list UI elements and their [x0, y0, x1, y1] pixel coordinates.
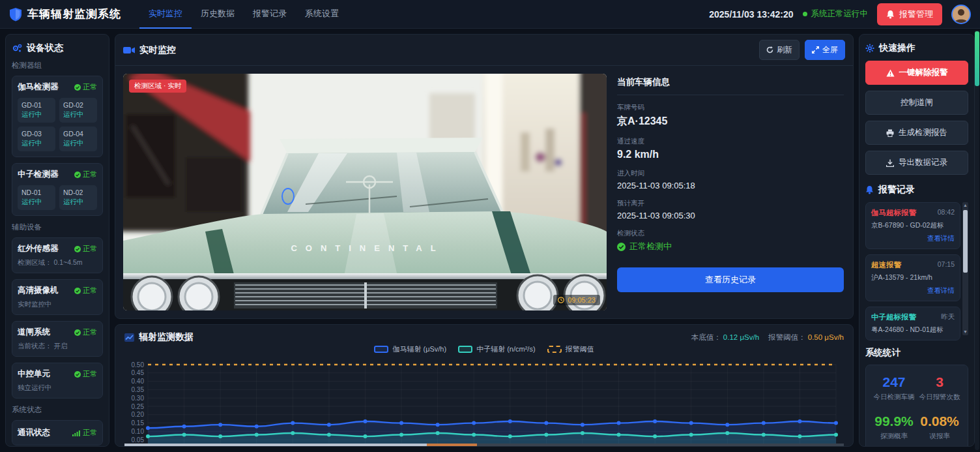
svg-text:0.30: 0.30 — [132, 395, 145, 402]
scroll-down-icon[interactable]: ▼ — [962, 329, 968, 335]
legend-item[interactable]: 中子辐射 (n/cm²/s) — [458, 344, 535, 354]
check-circle-icon — [74, 329, 81, 336]
video-zone-badge: 检测区域 · 实时 — [129, 80, 186, 93]
stat-alarms: 3今日报警次数 — [917, 374, 962, 402]
nav-settings[interactable]: 系统设置 — [296, 0, 348, 29]
refresh-icon — [766, 46, 773, 53]
alarm-item[interactable]: 伽马超标报警08:42 京B-67890 - GD-02超标 查看详情 — [865, 202, 960, 249]
svg-text:0.40: 0.40 — [132, 378, 145, 385]
check-circle-icon — [74, 84, 81, 91]
svg-text:0.25: 0.25 — [132, 403, 145, 410]
legend-item[interactable]: 报警阈值 — [547, 344, 594, 354]
alarm-item[interactable]: 中子超标报警昨天 粤A-24680 - ND-01超标 — [865, 307, 960, 340]
gate-system-card: 道闸系统 正常 当前状态： 开启 — [12, 321, 103, 357]
detector-unit[interactable]: ND-01运行中 — [18, 185, 55, 210]
neutron-detector-card: 中子检测器 正常 ND-01运行中 ND-02运行中 — [12, 163, 103, 216]
vehicle-info-panel: 当前车辆信息 车牌号码京A·12345 通过速度9.2 km/h 进入时间202… — [616, 74, 845, 310]
bell-icon — [886, 10, 895, 19]
zoom-slider-thumb[interactable] — [427, 444, 477, 446]
page-scrollbar[interactable] — [975, 30, 979, 450]
video-timestamp: 09:05:23 — [553, 295, 600, 305]
bell-icon — [865, 185, 874, 194]
svg-text:0.15: 0.15 — [132, 419, 145, 427]
device-status-panel: 设备状态 检测器组 伽马检测器 正常 GD-01运行中 GD-02运行中 GD-… — [5, 34, 109, 447]
threshold-meta: 报警阈值： 0.50 μSv/h — [768, 333, 844, 342]
svg-text:0.35: 0.35 — [132, 386, 145, 393]
control-unit-card: 中控单元 正常 独立运行中 — [12, 363, 103, 399]
detector-group-label: 检测器组 — [12, 61, 103, 70]
status-dot-icon — [803, 12, 807, 16]
alarm-item[interactable]: 超速报警07:15 沪A-13579 - 21km/h 查看详情 — [865, 254, 960, 301]
gamma-detector-card: 伽马检测器 正常 GD-01运行中 GD-02运行中 GD-03运行中 GD-0… — [12, 76, 103, 157]
detector-unit[interactable]: GD-01运行中 — [18, 98, 55, 123]
shield-icon — [9, 7, 22, 22]
cogs-icon — [12, 44, 22, 53]
device-panel-title: 设备状态 — [27, 42, 63, 54]
comm-status-card: 通讯状态 正常 — [12, 420, 103, 445]
legend-marker-icon — [374, 346, 388, 353]
status-badge: 正常 — [74, 82, 97, 92]
svg-text:0.05: 0.05 — [132, 436, 145, 444]
clear-alarm-button[interactable]: 一键解除报警 — [865, 61, 968, 85]
scrollbar-thumb[interactable] — [963, 210, 968, 273]
vehicle-info-title: 当前车辆信息 — [617, 76, 844, 95]
nav-history[interactable]: 历史数据 — [192, 0, 244, 29]
alarm-list-scrollbar[interactable]: ▲ ▼ — [962, 202, 968, 335]
monitor-title: 实时监控 — [139, 44, 176, 56]
enter-time: 2025-11-03 09:05:18 — [617, 181, 844, 190]
system-stats-card: 247今日检测车辆 3今日报警次数 99.9%探测概率 0.08%误报率 车辆通… — [865, 365, 968, 447]
alarm-manage-button[interactable]: 报警管理 — [877, 3, 942, 25]
gate-control-button[interactable]: 控制道闸 — [865, 91, 968, 115]
view-detail-link[interactable]: 查看详情 — [871, 234, 955, 243]
view-history-button[interactable]: 查看历史记录 — [617, 267, 844, 292]
nav-alarms[interactable]: 报警记录 — [244, 0, 296, 29]
detector-unit[interactable]: GD-03运行中 — [18, 127, 55, 151]
nav-realtime[interactable]: 实时监控 — [139, 0, 192, 29]
fullscreen-icon — [812, 46, 819, 53]
legend-item[interactable]: 伽马辐射 (μSv/h) — [374, 344, 446, 354]
topbar: 车辆辐射监测系统 实时监控 历史数据 报警记录 系统设置 2025/11/03 … — [0, 0, 980, 29]
hd-camera-card: 高清摄像机 正常 实时监控中 — [12, 279, 103, 315]
system-status-text: 系统正常运行中 — [811, 8, 869, 20]
svg-text:0.10: 0.10 — [132, 428, 145, 435]
quick-actions-panel: 快速操作 一键解除报警 控制道闸 生成检测报告 导出数据记录 报警记录 伽马超标… — [859, 34, 975, 447]
baseline-meta: 本底值： 0.12 μSv/h — [691, 333, 759, 342]
scroll-up-icon[interactable]: ▲ — [962, 202, 968, 209]
clock-icon — [558, 297, 564, 303]
check-circle-icon — [74, 371, 81, 378]
check-circle-icon — [74, 172, 81, 178]
warning-icon — [886, 69, 895, 77]
video-feed[interactable]: CONTINENTAL — [123, 74, 607, 310]
fullscreen-button[interactable]: 全屏 — [805, 40, 845, 60]
car-brand-text: CONTINENTAL — [291, 243, 444, 253]
generate-report-button[interactable]: 生成检测报告 — [865, 121, 968, 145]
detector-unit[interactable]: ND-02运行中 — [59, 185, 97, 210]
page-scrollbar-thumb[interactable] — [975, 31, 979, 86]
avatar-image — [953, 6, 970, 23]
signal-bars-icon — [72, 430, 80, 436]
chart-zoom-slider[interactable] — [124, 444, 844, 446]
app-title: 车辆辐射监测系统 — [27, 7, 121, 22]
app-logo: 车辆辐射监测系统 — [9, 7, 121, 22]
detector-unit[interactable]: GD-04运行中 — [59, 127, 97, 151]
legend-marker-icon — [547, 346, 562, 353]
detector-unit[interactable]: GD-02运行中 — [59, 98, 97, 123]
infrared-sensor-card: 红外传感器 正常 检测区域： 0.1~4.5m — [12, 237, 103, 273]
system-status: 系统正常运行中 — [803, 8, 869, 20]
clock: 2025/11/03 13:42:20 — [709, 9, 793, 20]
gear-icon — [865, 44, 874, 53]
check-circle-icon — [74, 246, 81, 252]
stat-detect-rate: 99.9%探测概率 — [871, 414, 917, 441]
system-state-label: 系统状态 — [12, 405, 103, 415]
view-detail-link[interactable]: 查看详情 — [871, 286, 955, 295]
avatar[interactable] — [951, 5, 971, 24]
export-data-button[interactable]: 导出数据记录 — [865, 151, 968, 175]
chart-title: 辐射监测数据 — [139, 331, 194, 343]
stat-false-rate: 0.08%误报率 — [917, 414, 962, 441]
radiation-chart-panel: 辐射监测数据 本底值： 0.12 μSv/h 报警阈值： 0.50 μSv/h … — [115, 324, 854, 447]
pass-speed: 9.2 km/h — [617, 149, 844, 160]
refresh-button[interactable]: 刷新 — [759, 40, 800, 60]
radiation-line-chart[interactable]: 0123456789101112131415161718190.050.100.… — [124, 357, 844, 447]
leave-time: 2025-11-03 09:05:30 — [617, 211, 844, 220]
main-nav: 实时监控 历史数据 报警记录 系统设置 — [139, 0, 348, 29]
